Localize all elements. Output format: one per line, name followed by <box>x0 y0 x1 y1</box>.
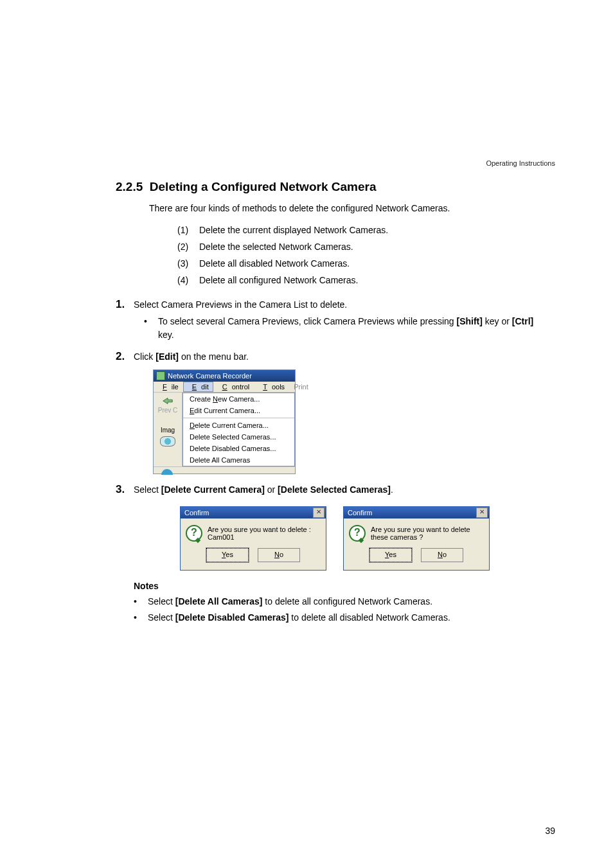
yes-button[interactable]: Yes <box>369 548 412 562</box>
menu-tools[interactable]: Tools <box>254 382 289 392</box>
dialog-body: ? Are you sure you want to delete : Cam0… <box>181 518 326 545</box>
dialog-message: Are you sure you want to delete : Cam001 <box>208 526 321 541</box>
bullet-dot-icon: • <box>134 595 148 608</box>
menu-separator <box>183 418 294 418</box>
methods-list: (1) Delete the current displayed Network… <box>177 225 536 285</box>
edit-menu-screenshot: Network Camera Recorder File Edit Contro… <box>153 369 296 474</box>
note-text: Select [Delete Disabled Cameras] to dele… <box>148 611 450 624</box>
question-icon: ? <box>186 525 202 542</box>
menubar: File Edit Control Tools Print <box>154 382 295 393</box>
dialog-title: Confirm <box>184 509 209 517</box>
menu-control[interactable]: Control <box>213 382 254 392</box>
step-number: 2. <box>116 350 134 363</box>
method-number: (1) <box>177 225 199 235</box>
method-item: (2) Delete the selected Network Cameras. <box>177 242 536 252</box>
dialog-title: Confirm <box>348 509 373 517</box>
method-number: (4) <box>177 275 199 285</box>
steps-list: 1. Select Camera Previews in the Camera … <box>116 298 536 624</box>
menu-item-edit-current-camera[interactable]: Edit Current Camera... <box>183 405 294 416</box>
section-heading: 2.2.5 Deleting a Configured Network Came… <box>116 180 536 194</box>
confirm-dialog-delete-selected: Confirm ✕ ? Are you sure you want to del… <box>343 506 490 571</box>
confirm-dialogs: Confirm ✕ ? Are you sure you want to del… <box>134 506 536 571</box>
dialog-message: Are you sure you want to delete these ca… <box>371 526 484 541</box>
menu-edit[interactable]: Edit <box>183 382 213 392</box>
method-number: (2) <box>177 242 199 252</box>
image-row: Imag <box>160 427 175 447</box>
dialog-buttons: Yes No <box>344 545 489 570</box>
dialog-titlebar: Confirm ✕ <box>181 507 326 518</box>
bullet-dot-icon: • <box>134 611 148 624</box>
method-text: Delete the current displayed Network Cam… <box>199 225 388 235</box>
step-1: 1. Select Camera Previews in the Camera … <box>116 298 536 311</box>
method-item: (1) Delete the current displayed Network… <box>177 225 536 235</box>
close-icon[interactable]: ✕ <box>476 508 488 518</box>
step-text: Select [Delete Current Camera] or [Delet… <box>134 483 536 496</box>
method-item: (4) Delete all configured Network Camera… <box>177 275 536 285</box>
notes-list: • Select [Delete All Cameras] to delete … <box>134 595 536 624</box>
menu-item-create-new-camera[interactable]: Create New Camera... <box>183 393 294 405</box>
step-2: 2. Click [Edit] on the menu bar. <box>116 350 536 363</box>
substep: • To select several Camera Previews, cli… <box>144 315 536 341</box>
method-number: (3) <box>177 258 199 269</box>
running-head: Operating Instructions <box>486 159 555 167</box>
no-button[interactable]: No <box>258 548 300 562</box>
question-icon: ? <box>349 525 366 542</box>
dialog-body: ? Are you sure you want to delete these … <box>344 518 489 545</box>
step-3: 3. Select [Delete Current Camera] or [De… <box>116 483 536 496</box>
method-text: Delete all disabled Network Cameras. <box>199 258 350 269</box>
menu-print[interactable]: Print <box>289 382 313 392</box>
content-area: 2.2.5 Deleting a Configured Network Came… <box>116 180 536 624</box>
window-title: Network Camera Recorder <box>168 372 252 380</box>
section-number: 2.2.5 <box>116 180 143 193</box>
arrow-left-icon <box>162 396 173 405</box>
app-icon <box>156 371 165 380</box>
note-item: • Select [Delete All Cameras] to delete … <box>134 595 536 608</box>
yes-button[interactable]: Yes <box>206 548 249 562</box>
method-text: Delete the selected Network Cameras. <box>199 242 353 252</box>
notes-heading: Notes <box>134 581 536 591</box>
eye-icon[interactable] <box>160 436 175 447</box>
menu-item-delete-current-camera[interactable]: Delete Current Camera... <box>183 420 294 431</box>
no-button[interactable]: No <box>421 548 463 562</box>
menu-file[interactable]: File <box>154 382 183 392</box>
close-icon[interactable]: ✕ <box>313 508 324 518</box>
prev-button[interactable]: Prev C <box>158 396 178 414</box>
confirm-dialog-delete-current: Confirm ✕ ? Are you sure you want to del… <box>180 506 326 571</box>
svg-marker-0 <box>163 398 172 404</box>
dialog-buttons: Yes No <box>181 545 326 570</box>
menu-body: Prev C Imag Create New Camera... Edit Cu… <box>154 393 295 466</box>
intro-paragraph: There are four kinds of methods to delet… <box>149 203 536 213</box>
method-item: (3) Delete all disabled Network Cameras. <box>177 258 536 269</box>
toolbar-strip: Prev C Imag <box>154 393 182 466</box>
section-title-text: Deleting a Configured Network Camera <box>150 180 377 193</box>
menu-item-delete-selected-cameras[interactable]: Delete Selected Cameras... <box>183 431 294 443</box>
step-number: 3. <box>116 483 134 496</box>
step-1-substeps: • To select several Camera Previews, cli… <box>144 315 536 341</box>
step-text: Select Camera Previews in the Camera Lis… <box>134 298 536 311</box>
step-number: 1. <box>116 298 134 311</box>
note-text: Select [Delete All Cameras] to delete al… <box>148 595 432 608</box>
menu-item-delete-all-cameras[interactable]: Delete All Cameras <box>183 454 294 466</box>
bullet-dot-icon: • <box>144 315 158 341</box>
substep-text: To select several Camera Previews, click… <box>158 315 536 341</box>
step-text: Click [Edit] on the menu bar. <box>134 350 536 363</box>
window-titlebar: Network Camera Recorder <box>154 370 295 382</box>
document-page: Operating Instructions 2.2.5 Deleting a … <box>0 0 613 868</box>
note-item: • Select [Delete Disabled Cameras] to de… <box>134 611 536 624</box>
menu-item-delete-disabled-cameras[interactable]: Delete Disabled Cameras... <box>183 443 294 454</box>
dialog-titlebar: Confirm ✕ <box>344 507 489 518</box>
edit-dropdown: Create New Camera... Edit Current Camera… <box>182 393 295 466</box>
method-text: Delete all configured Network Cameras. <box>199 275 358 285</box>
page-number: 39 <box>545 826 555 836</box>
window-bottom-strip <box>154 466 295 474</box>
